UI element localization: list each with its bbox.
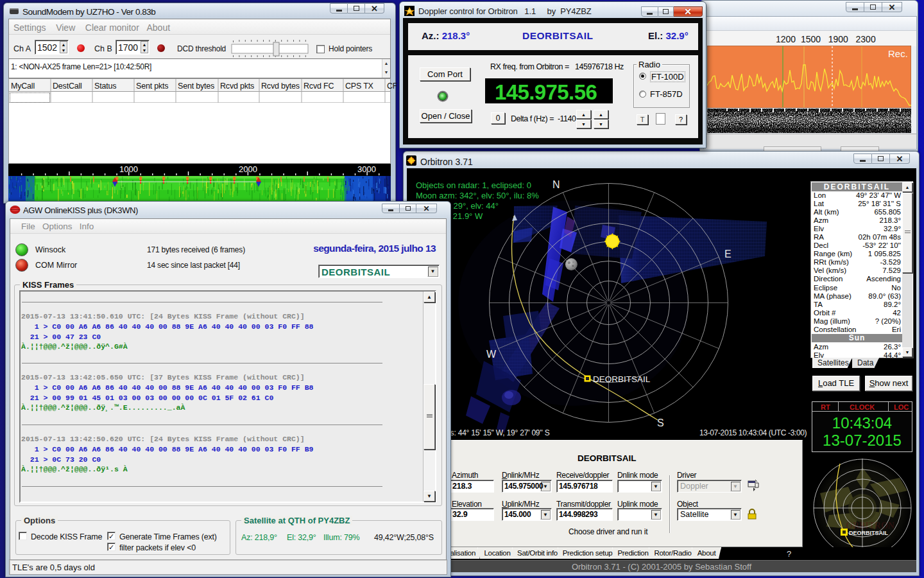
svg-text:S: S [657, 417, 664, 428]
svg-text:W: W [486, 349, 497, 360]
svg-text:E: E [724, 249, 732, 259]
svg-text:DEORBITSAIL: DEORBITSAIL [593, 374, 651, 384]
svg-text:Rec.: Rec. [888, 48, 908, 59]
svg-text:DEORBITSAIL: DEORBITSAIL [849, 530, 889, 536]
svg-text:N: N [552, 179, 560, 190]
